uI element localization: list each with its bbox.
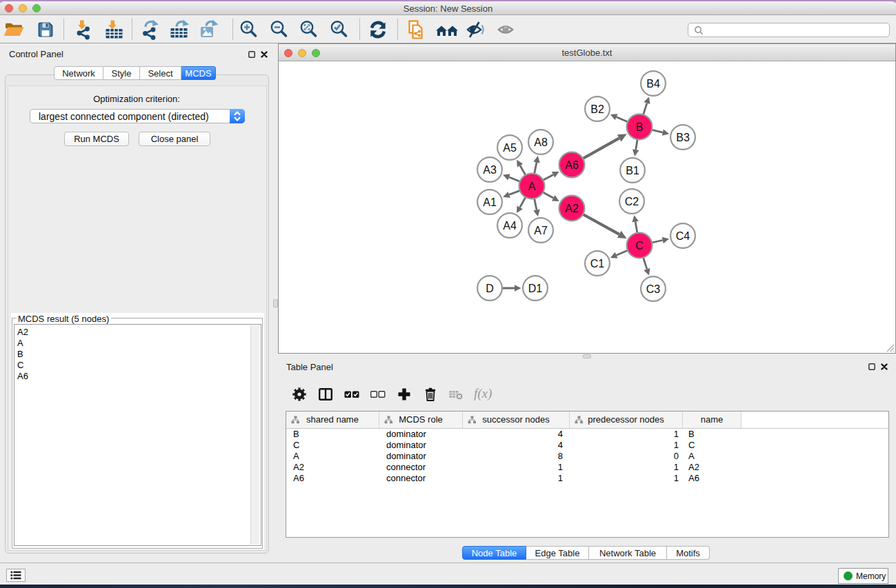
svg-text:A4: A4 <box>503 220 517 232</box>
svg-text:C1: C1 <box>590 258 605 270</box>
svg-text:C4: C4 <box>676 230 690 242</box>
svg-text:A1: A1 <box>483 196 497 208</box>
svg-text:A3: A3 <box>483 164 497 176</box>
svg-text:B4: B4 <box>646 78 660 90</box>
svg-text:A: A <box>528 181 536 192</box>
svg-text:D: D <box>486 283 494 294</box>
svg-text:A7: A7 <box>534 225 548 236</box>
svg-text:B2: B2 <box>590 103 604 115</box>
svg-text:B3: B3 <box>676 132 690 143</box>
svg-text:A6: A6 <box>565 159 579 171</box>
svg-text:B: B <box>636 121 644 133</box>
svg-text:B1: B1 <box>626 165 639 176</box>
svg-text:C: C <box>635 240 644 252</box>
svg-text:A2: A2 <box>565 203 579 214</box>
svg-text:C2: C2 <box>625 196 639 207</box>
svg-text:A5: A5 <box>503 142 517 154</box>
svg-text:D1: D1 <box>528 283 543 294</box>
svg-text:C3: C3 <box>646 283 661 295</box>
svg-text:A8: A8 <box>534 136 548 148</box>
